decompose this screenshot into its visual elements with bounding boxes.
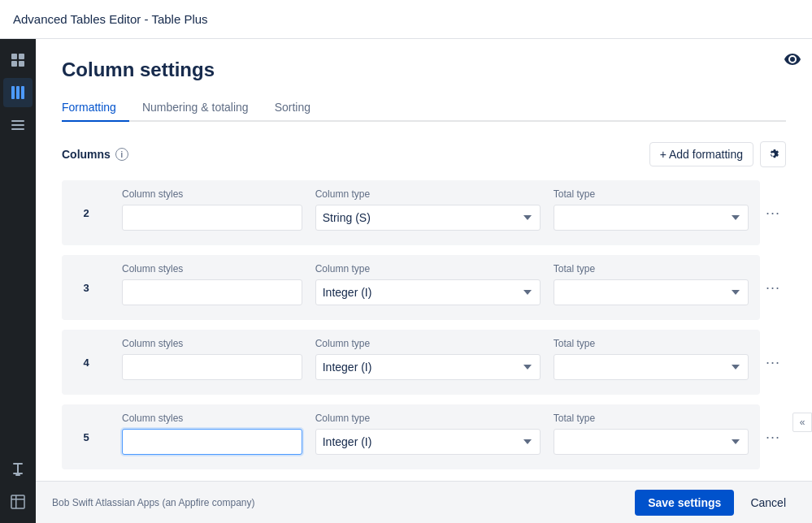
- more-options-button[interactable]: ···: [760, 330, 786, 395]
- field-group-styles: Column styles: [122, 188, 302, 234]
- total-type-label: Total type: [554, 188, 749, 200]
- app-header-title: Advanced Tables Editor - Table Plus: [13, 12, 208, 26]
- column-type-select[interactable]: String (S) Integer (I): [315, 205, 541, 231]
- field-group-styles: Column styles: [122, 338, 302, 383]
- content-area: Column settings Formatting Numbering & t…: [36, 39, 812, 481]
- table-row: 2 Column styles Column type String (S): [62, 180, 786, 245]
- columns-actions: + Add formatting: [649, 141, 786, 167]
- sidebar-item-table[interactable]: [3, 487, 33, 517]
- tab-numbering[interactable]: Numbering & totaling: [129, 94, 262, 122]
- column-type-label: Column type: [315, 188, 541, 200]
- more-options-button[interactable]: ···: [760, 180, 786, 245]
- table-row: 3 Column styles Column type String (S): [62, 255, 786, 320]
- total-type-select[interactable]: Sum: [554, 205, 749, 231]
- cancel-button[interactable]: Cancel: [740, 490, 796, 516]
- svg-rect-3: [19, 61, 24, 67]
- page-title: Column settings: [62, 58, 786, 81]
- total-type-label: Total type: [554, 413, 749, 424]
- total-type-label: Total type: [554, 338, 749, 349]
- sidebar-item-list[interactable]: [3, 110, 33, 140]
- column-styles-label: Column styles: [122, 263, 302, 274]
- column-type-select[interactable]: String (S) Integer (I): [315, 429, 541, 455]
- sidebar-item-sign[interactable]: [3, 455, 33, 484]
- column-number: 3: [62, 255, 111, 320]
- footer-label: Bob Swift Atlassian Apps (an Appfire com…: [52, 497, 254, 508]
- svg-rect-15: [11, 499, 24, 500]
- svg-rect-0: [11, 54, 17, 59]
- sidebar-item-grid[interactable]: [3, 45, 33, 75]
- svg-rect-11: [17, 463, 19, 474]
- column-rows: 2 Column styles Column type String (S): [62, 180, 786, 469]
- footer: Bob Swift Atlassian Apps (an Appfire com…: [36, 481, 812, 523]
- svg-rect-2: [11, 61, 17, 67]
- tab-sorting[interactable]: Sorting: [262, 94, 323, 122]
- tabs: Formatting Numbering & totaling Sorting: [62, 94, 786, 122]
- svg-rect-1: [19, 54, 24, 59]
- add-formatting-button[interactable]: + Add formatting: [649, 142, 753, 166]
- more-options-button[interactable]: ···: [760, 404, 786, 469]
- field-group-styles: Column styles: [122, 263, 302, 309]
- column-type-label: Column type: [315, 338, 541, 349]
- total-type-select[interactable]: Sum: [554, 279, 749, 305]
- field-group-total: Total type Sum: [554, 263, 749, 309]
- more-options-button[interactable]: ···: [760, 255, 786, 320]
- column-styles-input[interactable]: [122, 429, 302, 455]
- column-type-select[interactable]: String (S) Integer (I): [315, 279, 541, 305]
- column-styles-input[interactable]: [122, 354, 302, 380]
- column-fields: Column styles Column type String (S) Int…: [111, 255, 760, 320]
- sidebar: [0, 39, 36, 523]
- column-styles-label: Column styles: [122, 188, 302, 200]
- column-type-label: Column type: [315, 263, 541, 274]
- collapse-button[interactable]: «: [792, 413, 812, 432]
- field-group-type: Column type String (S) Integer (I): [315, 338, 541, 383]
- svg-rect-7: [11, 120, 24, 122]
- eye-button[interactable]: [779, 45, 805, 71]
- svg-rect-4: [11, 86, 15, 99]
- svg-rect-6: [21, 86, 24, 99]
- main-content: Column settings Formatting Numbering & t…: [36, 39, 812, 523]
- column-styles-label: Column styles: [122, 413, 302, 424]
- save-settings-button[interactable]: Save settings: [635, 490, 734, 516]
- gear-button[interactable]: [760, 141, 786, 167]
- column-type-label: Column type: [315, 413, 541, 424]
- table-row: 5 Column styles Column type String (S): [62, 404, 786, 469]
- field-group-type: Column type String (S) Integer (I): [315, 263, 541, 309]
- field-group-styles: Column styles: [122, 413, 302, 458]
- column-number: 2: [62, 180, 111, 245]
- total-type-label: Total type: [554, 263, 749, 274]
- svg-rect-16: [15, 495, 17, 508]
- field-group-total: Total type Sum: [554, 188, 749, 234]
- column-fields: Column styles Column type String (S) Int…: [111, 330, 760, 395]
- column-number: 5: [62, 404, 111, 469]
- column-type-select[interactable]: String (S) Integer (I): [315, 354, 541, 380]
- column-styles-label: Column styles: [122, 338, 302, 349]
- svg-rect-8: [11, 124, 24, 126]
- column-number: 4: [62, 330, 111, 395]
- tab-formatting[interactable]: Formatting: [62, 94, 129, 122]
- total-type-select[interactable]: Sum: [554, 429, 749, 455]
- sidebar-item-columns[interactable]: [3, 78, 33, 107]
- svg-rect-5: [16, 86, 20, 99]
- columns-label: Columns i: [62, 148, 128, 161]
- table-row: 4 Column styles Column type String (S): [62, 330, 786, 395]
- column-styles-input[interactable]: [122, 279, 302, 305]
- svg-rect-13: [15, 474, 20, 476]
- footer-actions: Save settings Cancel: [635, 490, 796, 516]
- field-group-type: Column type String (S) Integer (I): [315, 188, 541, 234]
- svg-rect-12: [13, 473, 23, 474]
- app-header: Advanced Tables Editor - Table Plus: [0, 0, 812, 39]
- info-icon[interactable]: i: [115, 148, 128, 161]
- field-group-type: Column type String (S) Integer (I): [315, 413, 541, 458]
- column-fields: Column styles Column type String (S) Int…: [111, 404, 760, 469]
- total-type-select[interactable]: Sum: [554, 354, 749, 380]
- field-group-total: Total type Sum: [554, 413, 749, 458]
- field-group-total: Total type Sum: [554, 338, 749, 383]
- columns-header: Columns i + Add formatting: [62, 141, 786, 167]
- svg-rect-14: [11, 495, 24, 508]
- column-fields: Column styles Column type String (S) Int…: [111, 180, 760, 245]
- column-styles-input[interactable]: [122, 205, 302, 231]
- svg-rect-9: [11, 128, 24, 130]
